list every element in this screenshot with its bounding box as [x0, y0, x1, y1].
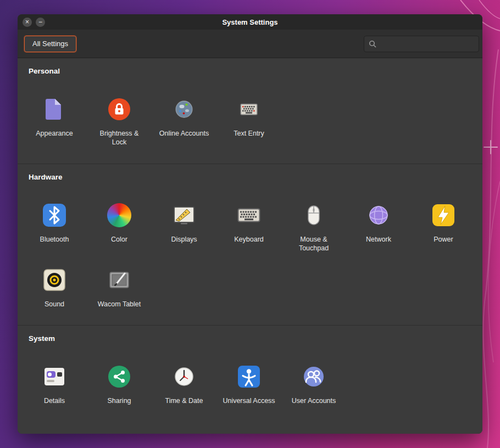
section-hardware: Hardware Bluetooth Color [18, 164, 482, 326]
settings-item-keyboard[interactable]: Keyboard [216, 202, 281, 253]
settings-item-sound[interactable]: Sound [22, 267, 87, 309]
section-system: System Details [18, 325, 482, 422]
titlebar[interactable]: × − System Settings [18, 14, 482, 30]
settings-item-label: Wacom Tablet [98, 300, 141, 309]
settings-item-label: Details [44, 396, 65, 405]
system-settings-window: × − System Settings All Settings Persona… [18, 14, 482, 434]
section-title: System [29, 334, 482, 343]
settings-item-label: Keyboard [234, 235, 264, 244]
search-icon [369, 40, 376, 48]
appearance-icon [41, 96, 68, 122]
mouse-touchpad-icon [301, 202, 327, 228]
settings-item-label: Color [111, 235, 127, 244]
section-title: Personal [29, 67, 482, 75]
window-title: System Settings [18, 18, 482, 26]
color-icon [106, 202, 132, 228]
displays-icon [171, 202, 197, 228]
settings-item-displays[interactable]: Displays [152, 202, 216, 253]
section-title: Hardware [29, 173, 482, 181]
search-box[interactable] [364, 36, 479, 52]
settings-item-label: Bluetooth [40, 235, 69, 244]
settings-item-label: Network [366, 235, 391, 244]
sharing-icon [106, 363, 132, 390]
settings-item-label: Mouse & Touchpad [286, 235, 341, 253]
settings-item-online-accounts[interactable]: Online Accounts [152, 96, 216, 147]
universal-access-icon [236, 363, 262, 390]
settings-item-network[interactable]: Network [346, 202, 411, 253]
settings-item-wacom-tablet[interactable]: Wacom Tablet [87, 267, 152, 309]
online-accounts-icon [171, 96, 197, 122]
settings-item-label: Text Entry [234, 129, 264, 138]
settings-item-universal-access[interactable]: Universal Access [216, 363, 281, 405]
settings-content: Personal Appearance [18, 58, 482, 434]
minimize-button[interactable]: − [36, 18, 45, 27]
settings-item-label: Power [434, 235, 453, 244]
search-input[interactable] [380, 39, 474, 48]
settings-item-label: Appearance [36, 129, 73, 138]
toolbar: All Settings [18, 30, 482, 58]
text-entry-icon [236, 96, 262, 122]
settings-item-label: Sound [45, 300, 64, 309]
settings-item-user-accounts[interactable]: User Accounts [281, 363, 346, 405]
network-icon [365, 202, 392, 228]
keyboard-icon [236, 202, 262, 228]
settings-item-brightness-lock[interactable]: Brightness & Lock [87, 96, 152, 147]
settings-item-sharing[interactable]: Sharing [87, 363, 152, 405]
settings-item-details[interactable]: Details [22, 363, 87, 405]
settings-item-label: Displays [171, 235, 197, 244]
settings-item-color[interactable]: Color [87, 202, 152, 253]
settings-item-label: Sharing [107, 396, 131, 405]
brightness-lock-icon [106, 96, 132, 122]
wacom-tablet-icon [106, 267, 132, 293]
settings-item-appearance[interactable]: Appearance [22, 96, 87, 147]
sound-icon [41, 267, 68, 293]
all-settings-button[interactable]: All Settings [24, 36, 76, 52]
user-accounts-icon [301, 363, 327, 390]
settings-item-label: Time & Date [165, 396, 203, 405]
settings-item-time-date[interactable]: Time & Date [152, 363, 216, 405]
section-personal: Personal Appearance [18, 58, 482, 164]
time-date-icon [171, 363, 197, 390]
details-icon [41, 363, 68, 390]
settings-item-text-entry[interactable]: Text Entry [216, 96, 281, 147]
bluetooth-icon [41, 202, 68, 228]
close-button[interactable]: × [23, 18, 32, 27]
power-icon [430, 202, 457, 228]
settings-item-label: Brightness & Lock [92, 129, 147, 147]
settings-item-label: User Accounts [292, 396, 336, 405]
settings-item-bluetooth[interactable]: Bluetooth [22, 202, 87, 253]
settings-item-label: Universal Access [223, 396, 275, 405]
settings-item-label: Online Accounts [159, 129, 209, 138]
settings-item-power[interactable]: Power [411, 202, 476, 253]
settings-item-mouse-touchpad[interactable]: Mouse & Touchpad [281, 202, 346, 253]
